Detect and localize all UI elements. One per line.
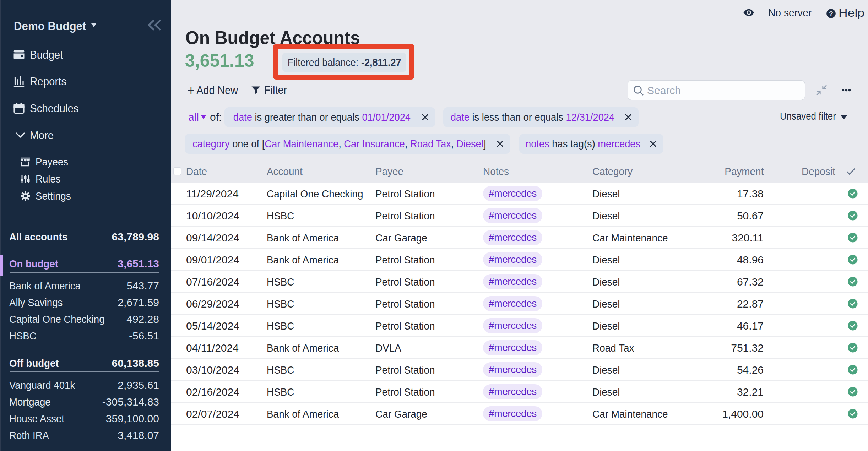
svg-text:?: ?	[829, 10, 833, 17]
